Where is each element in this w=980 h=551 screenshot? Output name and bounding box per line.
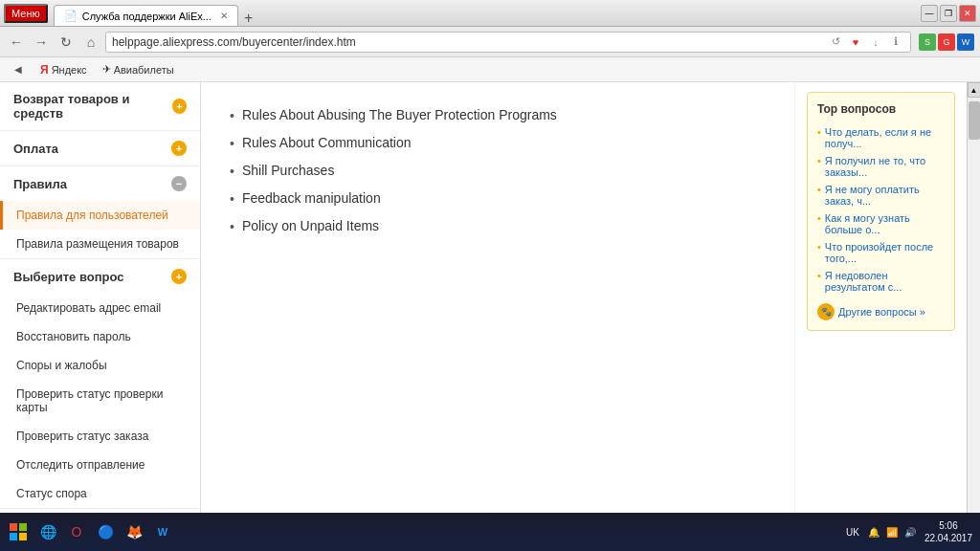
tab-title: Служба поддержки AliEx...	[82, 11, 212, 22]
aviabilety-label: Авиабилеты	[114, 64, 174, 76]
content-list: Rules About Abusing The Buyer Protection…	[230, 101, 766, 240]
list-item-4[interactable]: Feedback manipulation	[230, 185, 766, 212]
refresh-icon[interactable]: ↺	[827, 33, 844, 51]
more-questions-icon: 🐾	[817, 303, 835, 320]
sidebar-header-oplata[interactable]: Оплата +	[0, 131, 200, 165]
svg-rect-3	[19, 533, 27, 540]
restore-button[interactable]: ❐	[940, 5, 957, 22]
taskbar-firefox-icon[interactable]: 🦊	[121, 518, 147, 545]
new-tab-button[interactable]: +	[244, 11, 253, 26]
sidebar-header-vozvrat[interactable]: Возврат товаров и средств +	[0, 82, 200, 130]
svg-rect-1	[19, 523, 27, 531]
forward-button[interactable]: →	[31, 32, 52, 53]
ext-icon-3[interactable]: W	[957, 33, 974, 51]
sidebar-item-edit-email[interactable]: Редактировать адрес email	[0, 294, 200, 322]
expand-icon-vozvrat: +	[172, 99, 187, 114]
tab-bar: 📄 Служба поддержки AliEx... ✕ +	[54, 0, 921, 26]
top-questions-title: Top вопросов	[817, 102, 945, 116]
main-area: Rules About Abusing The Buyer Protection…	[201, 82, 980, 513]
ext-icon-1[interactable]: S	[919, 33, 936, 51]
sidebar-item-spory[interactable]: Споры и жалобы	[0, 351, 200, 380]
back-button[interactable]: ←	[6, 32, 27, 53]
yandex-label: Яндекс	[52, 64, 87, 76]
expand-icon-pravila: −	[171, 176, 187, 191]
sidebar-section-oplata: Оплата +	[0, 131, 200, 166]
sidebar-item-restore-pass[interactable]: Восстановить пароль	[0, 322, 200, 351]
list-item-1[interactable]: Rules About Abusing The Buyer Protection…	[230, 101, 766, 129]
sidebar-header-vopros[interactable]: Выберите вопрос +	[0, 259, 200, 294]
top-question-2[interactable]: Я получил не то, что заказы...	[817, 152, 945, 181]
bookmarks-bar: ◀ Я Яндекс ✈ Авиабилеты	[0, 57, 980, 82]
taskbar-chrome-icon[interactable]: 🔵	[92, 518, 119, 545]
extension-icons: S G W	[919, 33, 974, 51]
expand-icon-vopros: +	[171, 269, 187, 284]
sidebar-item-pravila-razmesh[interactable]: Правила размещения товаров	[0, 230, 200, 258]
bookmark-aviabilety[interactable]: ✈ Авиабилеты	[99, 61, 178, 77]
sidebar-header-pravila[interactable]: Правила −	[0, 166, 200, 201]
sidebar-section-vozvrat-label: Возврат товаров и средств	[13, 92, 172, 121]
svg-rect-0	[10, 523, 17, 531]
tray-time-value: 5:06	[924, 519, 972, 532]
minimize-button[interactable]: —	[921, 5, 938, 22]
ext-icon-2[interactable]: G	[938, 33, 955, 51]
right-panel: Top вопросов Что делать, если я не получ…	[794, 82, 967, 513]
tray-date-value: 22.04.2017	[924, 532, 972, 544]
list-item-3[interactable]: Shill Purchases	[230, 157, 766, 185]
close-button[interactable]: ✕	[959, 5, 976, 22]
list-item-5[interactable]: Policy on Unpaid Items	[230, 212, 766, 240]
plane-icon: ✈	[102, 63, 111, 76]
tray-icon-2: 📶	[884, 525, 900, 540]
scrollbar-thumb[interactable]	[969, 101, 980, 140]
expand-icon-oplata: +	[171, 141, 187, 156]
favorite-icon[interactable]: ♥	[847, 33, 864, 51]
top-question-4[interactable]: Как я могу узнать больше о...	[817, 209, 945, 238]
taskbar-explorer-icon[interactable]: 🌐	[34, 518, 61, 545]
address-bar: ← → ↻ ⌂ helppage.aliexpress.com/buyercen…	[0, 27, 980, 57]
sidebar-section-pravila-label: Правила	[13, 177, 67, 191]
start-button[interactable]	[4, 518, 33, 546]
browser-tab[interactable]: 📄 Служба поддержки AliEx... ✕	[54, 5, 238, 26]
taskbar-word-icon[interactable]: W	[149, 518, 176, 545]
url-icons: ↺ ♥ ↓ ℹ	[827, 33, 904, 51]
taskbar: 🌐 O 🔵 🦊 W UK 🔔 📶 🔊 5:06 22.04.2017	[0, 513, 980, 551]
yandex-icon: Я	[40, 63, 49, 77]
sidebar-section-vozvrat: Возврат товаров и средств +	[0, 82, 200, 131]
tray-icon-3: 🔊	[902, 525, 918, 540]
sidebar: Возврат товаров и средств + Оплата + Пра…	[0, 82, 201, 513]
bookmark-yandex[interactable]: Я Яндекс	[36, 61, 91, 78]
tray-clock: 5:06 22.04.2017	[921, 519, 976, 544]
top-question-5[interactable]: Что произойдет после того,...	[817, 238, 945, 267]
sidebar-item-proverit-status[interactable]: Проверить статус проверки карты	[0, 380, 200, 422]
taskbar-lang: UK	[842, 525, 863, 540]
svg-rect-2	[10, 533, 17, 540]
top-question-1[interactable]: Что делать, если я не получ...	[817, 123, 945, 152]
scrollbar-up-button[interactable]: ▲	[968, 82, 981, 98]
sidebar-section-vopros: Выберите вопрос + Редактировать адрес em…	[0, 259, 200, 509]
top-question-6[interactable]: Я недоволен результатом с...	[817, 267, 945, 296]
taskbar-tray: UK 🔔 📶 🔊 5:06 22.04.2017	[842, 519, 976, 544]
content-area: Rules About Abusing The Buyer Protection…	[201, 82, 794, 513]
scrollbar-track: ▲	[967, 82, 980, 513]
top-question-3[interactable]: Я не могу оплатить заказ, ч...	[817, 181, 945, 209]
more-questions-label: Другие вопросы »	[838, 306, 925, 318]
tab-close-icon[interactable]: ✕	[220, 11, 228, 21]
tray-icon-1: 🔔	[866, 525, 881, 540]
url-text: helppage.aliexpress.com/buyercenter/inde…	[112, 35, 827, 49]
more-questions-button[interactable]: 🐾 Другие вопросы »	[817, 303, 945, 320]
list-item-2[interactable]: Rules About Communication	[230, 129, 766, 157]
sidebar-section-vopros-label: Выберите вопрос	[13, 270, 123, 284]
download-icon[interactable]: ↓	[867, 33, 884, 51]
url-bar[interactable]: helppage.aliexpress.com/buyercenter/inde…	[105, 32, 911, 53]
home-button[interactable]: ⌂	[80, 32, 101, 53]
refresh-button[interactable]: ↻	[56, 32, 77, 53]
sidebar-item-status-spora[interactable]: Статус спора	[0, 479, 200, 508]
top-questions-box: Top вопросов Что делать, если я не получ…	[807, 92, 955, 331]
sidebar-item-pravila-polz[interactable]: Правила для пользователей	[0, 201, 200, 230]
menu-button[interactable]: Меню	[4, 4, 48, 23]
window-controls: — ❐ ✕	[921, 5, 976, 22]
sidebar-item-proverit-zakaz[interactable]: Проверить статус заказа	[0, 422, 200, 451]
info-icon[interactable]: ℹ	[887, 33, 904, 51]
taskbar-opera-icon[interactable]: O	[63, 518, 90, 545]
bookmarks-nav-left[interactable]: ◀	[8, 59, 29, 80]
sidebar-item-otsledit[interactable]: Отследить отправление	[0, 451, 200, 479]
